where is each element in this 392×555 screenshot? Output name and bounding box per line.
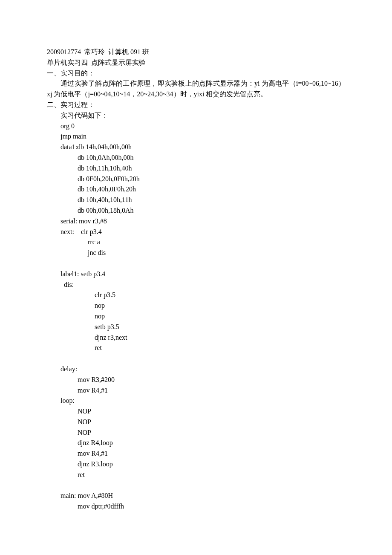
section-process-heading: 二、实习过程：	[47, 100, 345, 110]
code-line: db 10h,0Ah,00h,00h	[47, 153, 345, 163]
code-line: jnc dis	[47, 248, 345, 258]
code-line: db 10h,11h,10h,40h	[47, 163, 345, 174]
document-page: 2009012774 常巧玲 计算机 091 班 单片机实习四 点阵式显示屏实验…	[0, 0, 392, 538]
code-line: mov R4,#1	[47, 448, 345, 459]
code-line: mov dptr,#0dfffh	[47, 501, 345, 512]
code-line: ret	[47, 470, 345, 480]
code-line: clr p3.5	[47, 290, 345, 301]
section-purpose-heading: 一、实习目的：	[47, 68, 345, 79]
code-line: NOP	[47, 428, 345, 438]
code-line: nop	[47, 311, 345, 322]
code-line: delay:	[47, 364, 345, 375]
code-line: org 0	[47, 121, 345, 132]
code-line: nop	[47, 301, 345, 311]
student-info: 2009012774 常巧玲 计算机 091 班	[47, 47, 345, 58]
code-line: djnz R3,loop	[47, 459, 345, 470]
section-process-intro: 实习代码如下：	[47, 110, 345, 121]
code-blank	[47, 480, 345, 491]
code-line: dis:	[47, 280, 345, 290]
code-line: djnz r3,next	[47, 332, 345, 343]
code-line: djnz R4,loop	[47, 438, 345, 448]
code-line: db 10h,40h,10h,11h	[47, 195, 345, 205]
code-line: serial: mov r3,#8	[47, 216, 345, 227]
code-line: mov R4,#1	[47, 385, 345, 396]
code-line: jmp main	[47, 131, 345, 142]
code-line: db 0F0h,20h,0F0h,20h	[47, 174, 345, 185]
code-line: setb p3.5	[47, 322, 345, 332]
code-line: data1:db 14h,04h,00h,00h	[47, 142, 345, 153]
code-line: rrc a	[47, 237, 345, 248]
code-line: ret	[47, 343, 345, 353]
code-line: NOP	[47, 417, 345, 428]
code-blank	[47, 258, 345, 269]
code-line: mov R3,#200	[47, 375, 345, 385]
code-line: db 10h,40h,0F0h,20h	[47, 184, 345, 195]
experiment-title: 单片机实习四 点阵式显示屏实验	[47, 58, 345, 68]
code-line: next: clr p3.4	[47, 227, 345, 237]
section-purpose-body: 通过实验了解点阵的工作原理，即实验板上的点阵式显示器为：yi 为高电平（i=00…	[47, 78, 345, 100]
code-line: loop:	[47, 396, 345, 406]
code-blank	[47, 353, 345, 364]
code-line: main: mov A,#80H	[47, 491, 345, 501]
code-line: db 00h,00h,18h,0Ah	[47, 205, 345, 216]
code-line: NOP	[47, 406, 345, 417]
code-line: label1: setb p3.4	[47, 269, 345, 280]
